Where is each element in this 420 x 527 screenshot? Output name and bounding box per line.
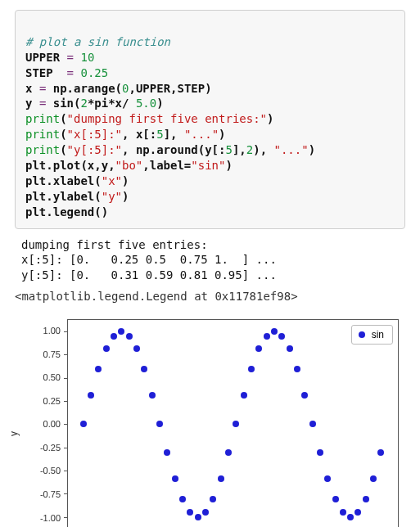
y-tick-label: 1.00 <box>28 326 61 336</box>
data-point <box>210 496 216 502</box>
data-point <box>126 333 133 340</box>
data-point <box>149 392 156 399</box>
data-point <box>164 449 170 456</box>
y-axis-label: y <box>8 431 20 436</box>
data-point <box>233 421 239 427</box>
y-ticks: -1.00-0.75-0.50-0.250.000.250.500.751.00 <box>31 319 64 527</box>
data-point <box>377 449 384 456</box>
y-tick-label: 0.50 <box>28 372 61 382</box>
legend-label: sin <box>372 329 384 340</box>
data-point <box>309 421 316 427</box>
data-point <box>187 509 193 516</box>
data-point <box>141 366 147 372</box>
data-point <box>287 345 293 352</box>
stdout-line: x[:5]: [0. 0.25 0.5 0.75 1. ] ... <box>21 253 277 266</box>
data-point <box>118 328 124 335</box>
data-point <box>103 345 110 352</box>
data-point <box>202 509 209 516</box>
data-point <box>370 475 377 482</box>
data-point <box>332 496 339 502</box>
data-point <box>278 333 285 340</box>
data-point <box>218 475 224 482</box>
data-point <box>264 333 270 340</box>
data-point <box>225 449 232 456</box>
stdout-line: y[:5]: [0. 0.31 0.59 0.81 0.95] ... <box>21 268 277 282</box>
y-tick-label: 0.75 <box>28 349 61 359</box>
data-point <box>248 366 255 372</box>
data-point <box>179 496 186 502</box>
sin-plot: y -1.00-0.75-0.50-0.250.000.250.500.751.… <box>15 311 405 527</box>
plot-area: sin <box>67 319 399 527</box>
data-point <box>195 514 201 520</box>
data-point <box>301 392 308 399</box>
y-tick-label: 0.25 <box>28 396 61 406</box>
stdout-block: dumping first five entries: x[:5]: [0. 0… <box>21 237 402 284</box>
data-point <box>363 496 369 502</box>
plot-legend: sin <box>351 325 393 345</box>
data-point <box>294 366 300 372</box>
data-point <box>324 475 331 482</box>
data-point <box>241 392 247 399</box>
data-point <box>156 421 163 427</box>
data-point <box>347 514 354 520</box>
data-point <box>172 475 178 482</box>
data-point <box>88 392 94 399</box>
data-point <box>133 345 140 352</box>
data-point <box>95 366 102 372</box>
code-cell: # plot a sin function UPPER = 10 STEP = … <box>15 10 405 229</box>
data-point <box>355 509 361 516</box>
legend-marker-icon <box>359 331 365 338</box>
data-point <box>340 509 346 516</box>
data-point <box>80 421 87 427</box>
y-tick-label: 0.00 <box>28 419 61 429</box>
data-point <box>255 345 262 352</box>
code-comment: # plot a sin function <box>25 35 170 48</box>
stdout-line: dumping first five entries: <box>21 238 208 251</box>
data-point <box>271 328 278 335</box>
data-point <box>317 449 323 456</box>
y-tick-label: -0.50 <box>28 466 61 475</box>
y-tick-label: -0.25 <box>28 443 61 453</box>
data-point <box>111 333 117 340</box>
y-tick-label: -0.75 <box>28 489 61 499</box>
y-tick-label: -1.00 <box>28 513 61 523</box>
output-repr: <matplotlib.legend.Legend at 0x11781ef98… <box>15 290 402 303</box>
